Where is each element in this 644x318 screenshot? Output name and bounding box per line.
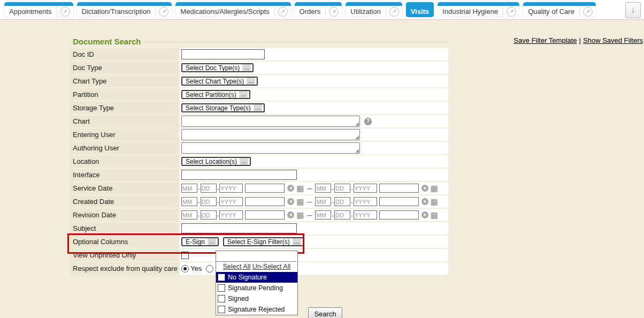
page-background: Document Search Save Filter Template|Sho… bbox=[0, 20, 644, 318]
entering-user-input[interactable] bbox=[182, 130, 353, 139]
revision-end-year-input[interactable] bbox=[354, 210, 377, 219]
select-all-link[interactable]: Select All bbox=[223, 263, 250, 270]
service-start-month-input[interactable] bbox=[181, 184, 197, 193]
show-saved-filters-link[interactable]: Show Saved Filters bbox=[583, 36, 643, 44]
clear-date-icon[interactable]: × bbox=[421, 185, 428, 192]
dropdown-option-signed[interactable]: Signed bbox=[216, 293, 297, 304]
tab-label: Utilization bbox=[346, 7, 385, 16]
select-doc-type-button[interactable]: Select Doc Type(s)... bbox=[181, 63, 254, 72]
service-start-time-input[interactable] bbox=[245, 184, 285, 193]
created-start-time-input[interactable] bbox=[245, 197, 285, 206]
option-checkbox[interactable] bbox=[218, 274, 225, 281]
clear-date-icon[interactable]: × bbox=[287, 185, 294, 192]
revision-start-time-input[interactable] bbox=[245, 210, 285, 219]
respect-exclude-yes-radio[interactable] bbox=[181, 265, 189, 272]
tab-utilization[interactable]: Utilization↗ bbox=[346, 2, 402, 17]
clear-date-icon[interactable]: × bbox=[421, 198, 428, 205]
service-end-year-input[interactable] bbox=[354, 184, 377, 193]
esign-button[interactable]: E-Sign... bbox=[181, 237, 219, 246]
interface-input[interactable] bbox=[181, 170, 297, 180]
tab-label: Visits bbox=[406, 7, 434, 16]
select-esign-filter-button[interactable]: Select E-Sign Filter(s)... bbox=[223, 237, 304, 246]
tab-accent-strip bbox=[438, 2, 519, 6]
tab-accent-strip bbox=[346, 2, 402, 6]
calendar-icon[interactable]: ▦ bbox=[431, 211, 438, 219]
calendar-icon[interactable]: ▦ bbox=[431, 198, 438, 206]
chart-input[interactable] bbox=[182, 117, 353, 126]
field-label: Entering User bbox=[70, 128, 179, 141]
dropdown-option-no-signature[interactable]: No Signature bbox=[216, 272, 297, 283]
calendar-icon[interactable]: ▦ bbox=[296, 184, 304, 192]
download-arrow-button[interactable]: ↓ bbox=[625, 2, 641, 18]
tab-industrial-hygiene[interactable]: Industrial Hygiene↗ bbox=[438, 2, 519, 17]
popout-icon[interactable]: ↗ bbox=[159, 7, 168, 17]
view-unprinted-checkbox[interactable] bbox=[181, 252, 189, 259]
revision-end-month-input[interactable] bbox=[315, 210, 331, 219]
created-start-month-input[interactable] bbox=[181, 197, 197, 206]
respect-exclude-no-radio[interactable] bbox=[206, 265, 213, 272]
resize-grip-icon[interactable] bbox=[355, 135, 359, 139]
save-filter-template-link[interactable]: Save Filter Template bbox=[513, 36, 577, 44]
service-end-month-input[interactable] bbox=[315, 184, 331, 193]
option-checkbox[interactable] bbox=[218, 284, 225, 292]
subject-input[interactable] bbox=[181, 223, 297, 233]
tab-list: Appointments↗ Dictation/Transcription↗ M… bbox=[4, 2, 596, 17]
ellipsis-icon: ... bbox=[240, 158, 248, 165]
service-end-day-input[interactable] bbox=[334, 184, 350, 193]
tab-appointments[interactable]: Appointments↗ bbox=[4, 2, 73, 17]
popout-icon[interactable]: ↗ bbox=[507, 7, 516, 17]
created-end-month-input[interactable] bbox=[315, 197, 331, 206]
authoring-user-combo bbox=[181, 142, 360, 154]
select-partition-button[interactable]: Select Partition(s)... bbox=[181, 90, 250, 99]
tab-bar: Appointments↗ Dictation/Transcription↗ M… bbox=[0, 0, 644, 20]
clear-date-icon[interactable]: × bbox=[421, 211, 428, 218]
created-end-time-input[interactable] bbox=[379, 197, 419, 206]
resize-grip-icon[interactable] bbox=[355, 149, 359, 153]
popout-icon[interactable]: ↗ bbox=[389, 7, 399, 17]
field-label: Interface bbox=[70, 169, 179, 181]
option-checkbox[interactable] bbox=[218, 295, 225, 302]
clear-date-icon[interactable]: × bbox=[287, 198, 294, 205]
help-icon[interactable]: ? bbox=[364, 118, 372, 125]
popout-icon[interactable]: ↗ bbox=[329, 7, 339, 17]
tab-orders[interactable]: Orders↗ bbox=[295, 2, 342, 17]
revision-start-month-input[interactable] bbox=[181, 210, 197, 219]
revision-start-year-input[interactable] bbox=[219, 210, 243, 219]
option-checkbox[interactable] bbox=[218, 306, 225, 313]
service-start-year-input[interactable] bbox=[219, 184, 243, 193]
revision-start-day-input[interactable] bbox=[201, 210, 217, 219]
revision-end-day-input[interactable] bbox=[334, 210, 350, 219]
created-end-day-input[interactable] bbox=[334, 197, 350, 206]
form-row-chart: Chart ? bbox=[70, 115, 448, 127]
doc-id-input[interactable] bbox=[181, 49, 265, 59]
calendar-icon[interactable]: ▦ bbox=[296, 211, 304, 219]
clear-date-icon[interactable]: × bbox=[287, 211, 294, 218]
tab-quality-of-care[interactable]: Quality of Care↗ bbox=[523, 2, 596, 17]
calendar-icon[interactable]: ▦ bbox=[431, 184, 438, 192]
resize-grip-icon[interactable] bbox=[355, 122, 359, 126]
tab-dictation-transcription[interactable]: Dictation/Transcription↗ bbox=[77, 2, 172, 17]
popout-icon[interactable]: ↗ bbox=[278, 7, 288, 17]
unselect-all-link[interactable]: Un-Select All bbox=[252, 263, 291, 270]
select-chart-type-button[interactable]: Select Chart Type(s)... bbox=[181, 77, 258, 86]
authoring-user-input[interactable] bbox=[182, 143, 353, 153]
revision-end-time-input[interactable] bbox=[379, 210, 419, 219]
dropdown-option-signature-pending[interactable]: Signature Pending bbox=[216, 283, 297, 293]
popout-icon[interactable]: ↗ bbox=[60, 7, 70, 17]
dropdown-filter-input[interactable] bbox=[216, 251, 296, 262]
service-end-time-input[interactable] bbox=[379, 184, 419, 193]
service-start-day-input[interactable] bbox=[201, 184, 217, 193]
created-start-day-input[interactable] bbox=[201, 197, 217, 206]
popout-icon[interactable]: ↗ bbox=[583, 7, 593, 17]
created-end-year-input[interactable] bbox=[354, 197, 377, 206]
dropdown-option-signature-rejected[interactable]: Signature Rejected bbox=[216, 304, 297, 315]
select-storage-type-button[interactable]: Select Storage Type(s)... bbox=[181, 103, 265, 112]
calendar-icon[interactable]: ▦ bbox=[296, 198, 304, 206]
tab-medications-allergies-scripts[interactable]: Medications/Allergies/Scripts↗ bbox=[175, 2, 290, 17]
search-button[interactable]: Search bbox=[308, 307, 342, 318]
created-start-year-input[interactable] bbox=[219, 197, 243, 206]
form-row-subject: Subject bbox=[70, 222, 448, 234]
tab-accent-strip bbox=[77, 2, 172, 6]
tab-visits[interactable]: Visits bbox=[406, 2, 434, 17]
select-location-button[interactable]: Select Location(s)... bbox=[181, 157, 251, 166]
